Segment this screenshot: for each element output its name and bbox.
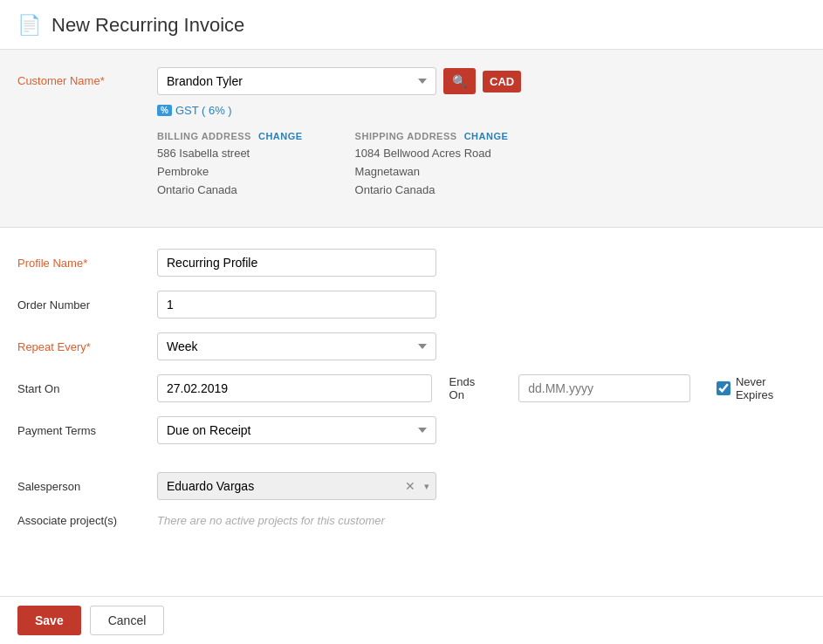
billing-line2: Pembroke [157,163,303,182]
customer-name-row: Customer Name* Brandon Tyler 🔍 CAD % GST… [17,67,806,199]
billing-address-header: BILLING ADDRESS CHANGE [157,131,303,141]
gst-icon: % [157,105,172,116]
shipping-address-header: SHIPPING ADDRESS CHANGE [355,131,509,141]
never-expires-group: Never Expires [717,375,806,401]
order-number-row: Order Number [17,291,806,319]
currency-badge: CAD [483,71,521,92]
salesperson-label: Salesperson [17,480,157,493]
start-on-label: Start On [17,382,157,395]
order-number-input[interactable] [157,291,436,319]
profile-name-label: Profile Name* [17,257,157,270]
customer-controls: Brandon Tyler 🔍 CAD % GST ( 6% ) BILLING… [157,67,806,199]
no-projects-text: There are no active projects for this cu… [157,514,385,527]
billing-address-title: BILLING ADDRESS [157,131,251,141]
main-form-section: Profile Name* Order Number Repeat Every*… [0,228,823,562]
shipping-address-block: SHIPPING ADDRESS CHANGE 1084 Bellwood Ac… [355,131,509,199]
shipping-line1: 1084 Bellwood Acres Road [355,145,509,163]
never-expires-label: Never Expires [736,375,806,401]
shipping-line3: Ontario Canada [355,182,509,200]
customer-name-select[interactable]: Brandon Tyler [157,67,436,95]
customer-search-button[interactable]: 🔍 [443,68,476,94]
payment-terms-select[interactable]: Due on Receipt Net 15 Net 30 Net 60 [157,416,436,444]
order-number-label: Order Number [17,298,157,312]
billing-line1: 586 Isabella street [157,145,303,163]
billing-change-link[interactable]: CHANGE [258,131,303,141]
repeat-every-row: Repeat Every* Week Day Month Year [17,332,806,360]
address-row: BILLING ADDRESS CHANGE 586 Isabella stre… [157,131,806,199]
salesperson-wrapper: Eduardo Vargas ✕ ▾ [157,472,436,500]
salesperson-clear-icon[interactable]: ✕ [405,479,415,493]
repeat-every-select[interactable]: Week Day Month Year [157,332,436,360]
salesperson-select[interactable]: Eduardo Vargas [157,472,436,500]
gst-badge: % GST ( 6% ) [157,104,232,117]
ends-on-label: Ends On [449,375,493,401]
customer-section: Customer Name* Brandon Tyler 🔍 CAD % GST… [0,50,823,228]
dates-row: Start On Ends On Never Expires [17,374,806,402]
associate-projects-label: Associate project(s) [17,514,157,527]
customer-input-row: Brandon Tyler 🔍 CAD [157,67,806,95]
shipping-address-title: SHIPPING ADDRESS [355,131,457,141]
gst-label: GST ( 6% ) [175,104,232,117]
shipping-line2: Magnetawan [355,163,509,182]
invoice-icon: 📄 [17,14,41,37]
billing-address-block: BILLING ADDRESS CHANGE 586 Isabella stre… [157,131,303,199]
billing-line3: Ontario Canada [157,182,303,200]
payment-terms-row: Payment Terms Due on Receipt Net 15 Net … [17,416,806,444]
associate-projects-row: Associate project(s) There are no active… [17,514,806,527]
page-header: 📄 New Recurring Invoice [0,0,823,50]
section-divider [17,458,806,472]
customer-name-label: Customer Name* [17,67,157,87]
ends-on-input[interactable] [518,374,690,402]
salesperson-row: Salesperson Eduardo Vargas ✕ ▾ [17,472,806,500]
payment-terms-label: Payment Terms [17,424,157,437]
shipping-change-link[interactable]: CHANGE [464,131,509,141]
profile-name-input[interactable] [157,249,436,277]
start-on-input[interactable] [157,374,432,402]
repeat-every-label: Repeat Every* [17,340,157,353]
never-expires-checkbox[interactable] [717,381,730,395]
profile-name-row: Profile Name* [17,249,806,277]
date-row: Ends On Never Expires [157,374,806,402]
page-title: New Recurring Invoice [51,14,244,37]
